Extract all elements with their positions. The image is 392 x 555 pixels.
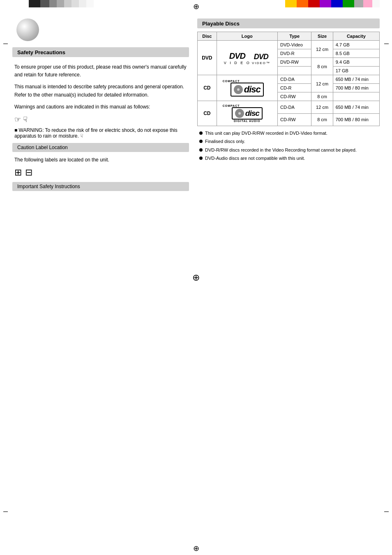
col-header-size: Size [311,32,333,41]
dvd-type-2: DVD-R [277,49,311,58]
dvd-capacity-2: 8.5 GB [333,49,379,58]
left-para-2: This manual is intended to describe safe… [14,83,189,99]
color-bar-segment [40,0,49,7]
left-column: Safety Precautions To ensure proper use … [12,18,197,537]
safety-instructions-header: Important Safety Instructions [12,182,189,191]
dvd-type-3: DVD-RW [277,58,311,67]
dvd-type-1: DVD-Video [277,41,311,49]
cd-capacity-3 [333,92,379,101]
table-row: DVD DVD V I D E O DVD VIDEO™ DVD-Video [198,41,380,49]
col-header-disc: Disc [198,32,217,41]
cdda-capacity-1: 650 MB / 74 min [333,101,379,114]
notes-list: This unit can play DVD-R/RW recorded in … [197,130,380,162]
list-item: DVD-R/RW discs recorded in the Video Rec… [199,147,380,153]
safety-instructions-title: Important Safety Instructions [17,184,80,189]
dvd-disc-cell: DVD [198,41,217,75]
hand-icon-1: ☞ [14,115,21,124]
bullet-text-2: Finalised discs only. [205,138,245,145]
list-item: DVD-Audio discs are not compatible with … [199,155,380,161]
cdda-size-8: 8 cm [311,113,333,126]
cdda-logo: COMPACT disc DIGITAL AUDIO [219,104,276,122]
cd-capacity-1: 650 MB / 74 min [333,75,379,84]
hand-icon-row: ☞ ☟ [14,115,189,124]
dvd-size-12: 12 cm [311,41,333,58]
top-crosshair: ⊕ [193,2,199,11]
left-section-title: Safety Precautions [17,49,65,55]
cd-type-3: CD-RW [277,92,311,101]
right-section-header: Playable Discs [197,18,380,28]
cd-type-2: CD-R [277,84,311,92]
table-row: CD COMPACT disc [198,75,380,84]
warning-text: ■ WARNING: To reduce the risk of fire or… [14,127,189,139]
color-bar-segment [49,0,57,7]
color-bar-segment [363,0,372,7]
color-bar-segment [343,0,354,7]
cd-capacity-2: 700 MB / 80 min [333,84,379,92]
hand-icon-2: ☟ [23,115,28,124]
dvd-type-4 [277,67,311,75]
color-bar-segment [71,0,79,7]
color-bar-segment [297,0,308,7]
disc-table: Disc Logo Type Size Capacity DVD DVD V I… [197,32,380,126]
cdda-type-2: CD-RW [277,113,311,126]
cdda-type-1: CD-DA [277,101,311,114]
color-bar-segment [285,0,297,7]
page-content: Safety Precautions To ensure proper use … [0,10,392,545]
dvd-video-logo-2: DVD VIDEO™ [252,53,270,65]
cd-size-12: 12 cm [311,75,333,92]
left-section-header: Safety Precautions [12,47,189,57]
table-row: CD COMPACT disc DIGITAL AUDIO [198,101,380,114]
bullet-dot [199,140,203,143]
bullet-dot [199,157,203,160]
color-bar-segment [57,0,64,7]
list-item: This unit can play DVD-R/RW recorded in … [199,130,380,136]
color-bar-segment [29,0,40,7]
bullet-dot [199,131,203,135]
bullet-dot [199,148,203,152]
color-bar-segment [308,0,320,7]
left-para-3: Warnings and cautions are indicated in t… [14,103,189,111]
cd-type-1: CD-DA [277,75,311,84]
color-bar-segment [86,0,94,7]
cdda-logo-cell: COMPACT disc DIGITAL AUDIO [217,101,277,126]
color-bar-segment [320,0,331,7]
caution-icon-1: ⊞ [14,167,22,178]
col-header-logo: Logo [217,32,277,41]
cdda-size-12: 12 cm [311,101,333,114]
color-bar-segment [372,0,380,7]
dvd-size-8: 8 cm [311,58,333,75]
cd-disc-cell: CD [198,75,217,101]
cdda-disc-cell: CD [198,101,217,126]
bullet-text-3: DVD-R/RW discs recorded in the Video Rec… [205,147,357,153]
bottom-crosshair: ⊕ [193,544,199,553]
dvd-logo-cell: DVD V I D E O DVD VIDEO™ [217,41,277,75]
dvd-video-logo-1: DVD V I D E O [224,51,251,65]
cd-logo-cell: COMPACT disc [217,75,277,101]
bullet-text-4: DVD-Audio discs are not compatible with … [205,155,305,161]
list-item: Finalised discs only. [199,138,380,145]
col-header-type: Type [277,32,311,41]
cdda-capacity-2: 700 MB / 80 min [333,113,379,126]
caution-icon-2: ⊟ [25,167,32,178]
color-bar-segment [354,0,363,7]
caution-label-title: Caution Label Location [17,145,68,150]
color-bar-segment [64,0,71,7]
dvd-capacity-4: 17 GB [333,67,379,75]
color-bar-segment [331,0,343,7]
right-section-title: Playable Discs [202,21,240,27]
bullet-text-1: This unit can play DVD-R/RW recorded in … [205,130,327,136]
sphere-icon [16,18,39,41]
caution-icons: ⊞ ⊟ [14,167,189,178]
dvd-capacity-3: 9.4 GB [333,58,379,67]
warning-line: ■ WARNING: To reduce the risk of fire or… [14,127,189,139]
cd-size-8: 8 cm [311,92,333,101]
caution-label-header: Caution Label Location [12,143,189,152]
cd-logo: COMPACT disc [219,80,276,97]
dvd-capacity-1: 4.7 GB [333,41,379,49]
col-header-capacity: Capacity [333,32,379,41]
right-column: Playable Discs Disc Logo Type Size Capac… [197,18,380,537]
color-bar-segment [79,0,86,7]
icon-description: The following labels are located on the … [14,156,189,164]
left-para-1: To ensure proper use of this product, pl… [14,63,189,79]
